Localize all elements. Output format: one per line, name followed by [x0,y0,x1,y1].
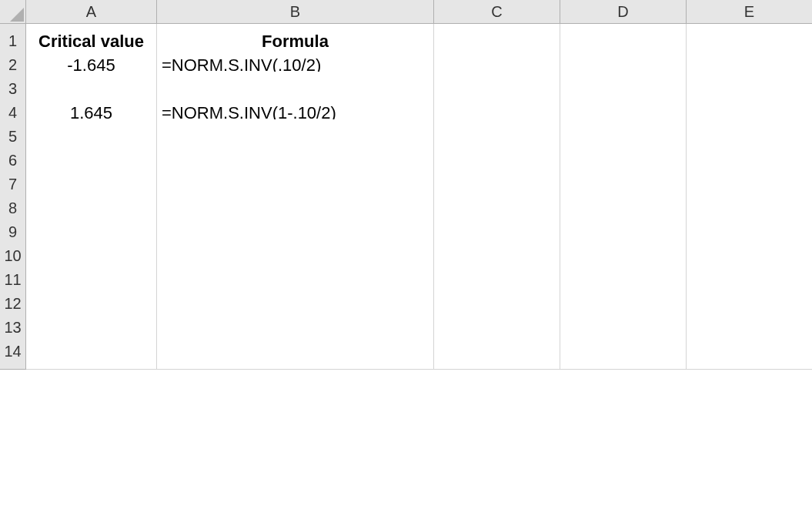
cell-C14[interactable] [434,334,560,370]
row-header-14[interactable]: 14 [0,334,26,370]
cell-D14[interactable] [560,334,687,370]
col-header-B[interactable]: B [157,0,434,24]
col-header-A[interactable]: A [26,0,157,24]
col-header-E[interactable]: E [687,0,812,24]
cell-B14[interactable] [157,334,434,370]
col-header-D[interactable]: D [560,0,687,24]
cell-E14[interactable] [687,334,812,370]
cell-A14[interactable] [26,334,157,370]
select-all-corner[interactable] [0,0,26,24]
spreadsheet-grid: A B C D E 1 Critical value Formula 2 -1.… [0,0,812,358]
col-header-C[interactable]: C [434,0,560,24]
